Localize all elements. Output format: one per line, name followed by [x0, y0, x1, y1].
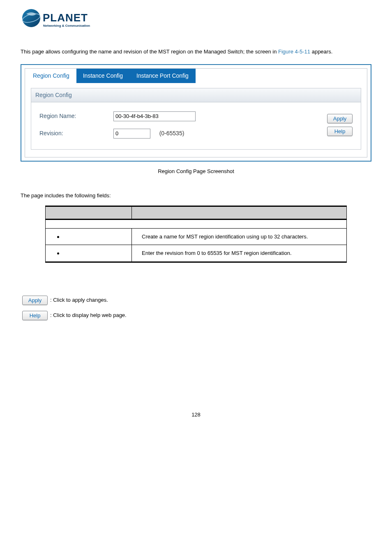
- region-name-label: Region Name:: [39, 112, 113, 120]
- row-desc: Enter the revision from 0 to 65535 for M…: [132, 245, 347, 262]
- figure-reference: Figure 4-5-11: [278, 49, 310, 55]
- table-row: Create a name for MST region identificat…: [46, 228, 347, 245]
- section-body: Region Name: Apply Help Revision: (0-655…: [31, 102, 361, 150]
- apply-button-inline[interactable]: Apply: [22, 296, 48, 305]
- fields-intro: The page includes the following fields:: [21, 192, 371, 200]
- region-name-input[interactable]: [113, 111, 196, 121]
- screenshot-caption: Region Config Page Screenshot: [21, 167, 371, 176]
- intro-paragraph: This page allows configuring the name an…: [21, 48, 371, 56]
- tab-instance-port-config[interactable]: Instance Port Config: [130, 69, 196, 83]
- bullet-icon: [57, 252, 59, 254]
- bullet-icon: [57, 236, 59, 238]
- tab-instance-config[interactable]: Instance Config: [76, 69, 130, 83]
- row-bullet-cell: [46, 228, 132, 245]
- revision-input[interactable]: [113, 129, 150, 139]
- screenshot-panel: Region Config Instance Config Instance P…: [25, 68, 367, 157]
- planet-logo-icon: PLANET Networking & Communication: [21, 8, 103, 31]
- revision-label: Revision:: [39, 129, 113, 138]
- apply-explain-line: Apply : Click to apply changes.: [22, 296, 371, 305]
- table-row: Enter the revision from 0 to 65535 for M…: [46, 245, 347, 262]
- logo-tagline-text: Networking & Communication: [43, 24, 90, 28]
- help-button-inline[interactable]: Help: [22, 311, 48, 320]
- row-desc: Create a name for MST region identificat…: [132, 228, 347, 245]
- row-bullet-cell: [46, 245, 132, 262]
- fields-table-header-object: [46, 206, 132, 219]
- apply-button[interactable]: Apply: [327, 114, 353, 123]
- tabs-row: Region Config Instance Config Instance P…: [25, 69, 367, 83]
- svg-point-0: [22, 9, 40, 27]
- page-number: 128: [21, 411, 371, 419]
- apply-explain-text: : Click to apply changes.: [50, 296, 108, 304]
- tab-region-config[interactable]: Region Config: [26, 69, 76, 83]
- section-header: Region Config: [31, 88, 361, 102]
- fields-table-header-desc: [132, 206, 347, 219]
- intro-text: This page allows configuring the name an…: [21, 49, 278, 55]
- logo-brand-text: PLANET: [43, 12, 88, 24]
- revision-range-hint: (0-65535): [159, 130, 184, 136]
- help-button[interactable]: Help: [327, 127, 353, 136]
- brand-logo: PLANET Networking & Communication: [21, 8, 371, 31]
- fields-table: Create a name for MST region identificat…: [45, 206, 347, 263]
- intro-text-suffix: appears.: [310, 49, 332, 55]
- help-explain-line: Help : Click to display help web page.: [22, 311, 371, 320]
- screenshot-frame: Region Config Instance Config Instance P…: [21, 64, 371, 162]
- help-explain-text: : Click to display help web page.: [50, 311, 127, 319]
